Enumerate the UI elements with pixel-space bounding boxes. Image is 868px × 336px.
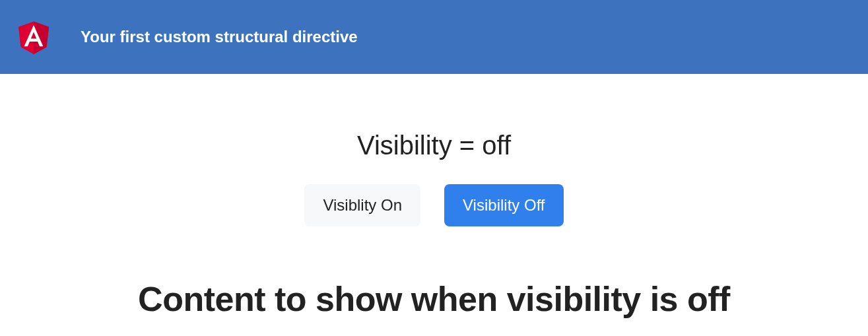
- app-header: Your first custom structural directive: [0, 0, 868, 74]
- button-row: Visiblity On Visibility Off: [0, 184, 868, 226]
- visibility-on-button[interactable]: Visiblity On: [304, 184, 420, 226]
- visibility-status: Visibility = off: [0, 131, 868, 160]
- angular-logo-icon: [13, 17, 54, 57]
- header-title: Your first custom structural directive: [81, 28, 358, 46]
- main-content: Visibility = off Visiblity On Visibility…: [0, 74, 868, 319]
- visibility-off-button[interactable]: Visibility Off: [444, 184, 564, 226]
- svg-marker-1: [34, 21, 49, 54]
- content-heading: Content to show when visibility is off: [0, 279, 868, 319]
